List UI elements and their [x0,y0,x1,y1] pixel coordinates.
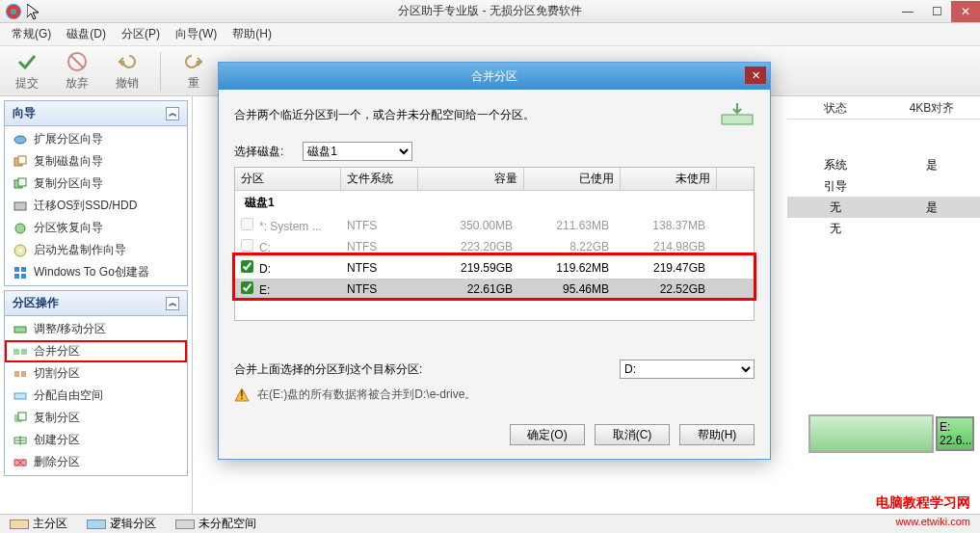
menu-general[interactable]: 常规(G) [4,24,59,44]
menu-partition[interactable]: 分区(P) [114,24,168,44]
data-row[interactable]: 无是 [787,197,980,218]
redo-button[interactable]: 重 [172,50,215,92]
discard-button[interactable]: 放弃 [56,50,98,92]
svg-rect-14 [14,327,26,333]
allocate-icon [13,388,28,404]
delete-icon [13,455,28,470]
discard-icon [66,50,89,73]
menu-disk[interactable]: 磁盘(D) [59,24,114,44]
minimize-button[interactable]: — [893,1,922,22]
sidebar-item-merge[interactable]: 合并分区 [5,340,187,362]
col-align: 4KB对齐 [884,96,980,119]
disk-select-row: 选择磁盘: 磁盘1 [234,142,755,161]
svg-rect-19 [14,393,26,399]
svg-rect-3 [18,156,26,164]
sidebar-item-allocate[interactable]: 分配自由空间 [5,385,187,407]
cancel-button[interactable]: 取消(C) [595,424,670,445]
table-row[interactable]: C: NTFS 223.20GB 8.22GB 214.98GB [235,236,754,257]
table-row[interactable]: E: NTFS 22.61GB 95.46MB 22.52GB [235,279,754,300]
disk-box-e[interactable]: E: 22.6... [936,416,974,451]
hdr-partition[interactable]: 分区 [235,168,341,190]
target-label: 合并上面选择的分区到这个目标分区: [234,361,422,378]
swatch-icon [175,520,195,529]
disk-select[interactable]: 磁盘1 [303,142,412,161]
ops-panel-header[interactable]: 分区操作 ︽ [5,291,187,316]
hdr-fs[interactable]: 文件系统 [341,168,418,190]
data-row[interactable]: 无 [787,218,980,239]
dialog-description-row: 合并两个临近分区到一个，或合并未分配空间给一个分区。 [234,101,755,128]
hdr-used[interactable]: 已使用 [524,168,621,190]
sidebar-item-label: 分配自由空间 [34,387,103,404]
sidebar-item-copydisk[interactable]: 复制磁盘向导 [5,150,187,173]
sidebar-item-extend[interactable]: 扩展分区向导 [5,128,187,150]
svg-rect-5 [18,178,26,186]
dialog-close-button[interactable]: ✕ [745,67,766,84]
menu-help[interactable]: 帮助(H) [225,24,279,44]
svg-rect-21 [18,413,26,420]
disk-bar[interactable] [808,414,934,453]
disk-box-label: E: [940,420,970,434]
data-row[interactable]: 系统是 [787,154,980,175]
sidebar-item-migrate[interactable]: 迁移OS到SSD/HDD [5,195,187,217]
wizard-panel-body: 扩展分区向导 复制磁盘向导 复制分区向导 迁移OS到SSD/HDD 分区恢复向导… [5,126,187,285]
merge-dialog: 合并分区 ✕ 合并两个临近分区到一个，或合并未分配空间给一个分区。 选择磁盘: … [218,62,771,460]
row-checkbox[interactable] [241,281,253,294]
warning-row: ! 在(E:)盘的所有数据将被合并到D:\e-drive。 [234,386,755,403]
sidebar-item-resize[interactable]: 调整/移动分区 [5,318,187,340]
data-row[interactable]: 引导 [787,175,980,197]
table-row[interactable]: D: NTFS 219.59GB 119.62MB 219.47GB [235,257,754,279]
copy-icon [13,411,28,426]
undo-button[interactable]: 撤销 [106,50,148,92]
row-checkbox [241,218,253,230]
row-checkbox[interactable] [241,260,253,273]
windows-icon [13,265,28,280]
svg-point-1 [14,136,26,144]
help-button[interactable]: 帮助(H) [679,424,755,445]
disk-box-size: 22.6... [940,434,970,447]
column-headers: 状态 4KB对齐 [787,96,980,120]
create-icon [13,433,28,448]
sidebar-item-copypart[interactable]: 复制分区向导 [5,173,187,195]
discard-label: 放弃 [66,75,89,92]
disk-group: 磁盘1 [235,191,754,215]
ok-button[interactable]: 确定(O) [510,424,585,445]
target-select[interactable]: D: [620,360,755,379]
disk-icon [13,132,28,147]
commit-label: 提交 [15,75,39,92]
ssd-icon [13,199,28,214]
hdr-capacity[interactable]: 容量 [418,168,524,190]
sidebar-item-create[interactable]: 创建分区 [5,429,187,451]
legend-bar: 主分区 逻辑分区 未分配空间 [0,514,980,533]
chevron-up-icon[interactable]: ︽ [166,107,179,120]
hdr-free[interactable]: 未使用 [621,168,717,190]
check-icon [15,50,39,73]
commit-button[interactable]: 提交 [6,50,48,92]
sidebar-item-delete[interactable]: 删除分区 [5,451,187,473]
merge-graphic-icon [720,101,755,128]
dialog-titlebar[interactable]: 合并分区 ✕ [219,63,770,90]
swatch-icon [87,520,106,529]
svg-rect-13 [21,274,26,279]
close-button[interactable]: ✕ [951,1,980,22]
cd-icon [13,243,28,258]
warning-text: 在(E:)盘的所有数据将被合并到D:\e-drive。 [257,386,476,403]
merge-icon [13,344,28,360]
sidebar-item-label: 复制分区 [34,410,80,426]
svg-rect-11 [21,267,26,272]
chevron-up-icon[interactable]: ︽ [166,297,179,310]
sidebar-item-wintogo[interactable]: Windows To Go创建器 [5,261,187,283]
table-row[interactable]: *: System ... NTFS 350.00MB 211.63MB 138… [235,215,754,236]
wizard-panel-header[interactable]: 向导 ︽ [5,101,187,126]
watermark-url: www.etwiki.com [895,516,970,527]
sidebar-item-recover[interactable]: 分区恢复向导 [5,217,187,239]
sidebar-item-label: 复制分区向导 [34,175,103,192]
sidebar-item-bootcd[interactable]: 启动光盘制作向导 [5,239,187,261]
maximize-button[interactable]: ☐ [922,1,951,22]
sidebar-item-label: 合并分区 [34,343,80,360]
sidebar-item-split[interactable]: 切割分区 [5,362,187,385]
wizard-panel-title: 向导 [13,105,36,121]
menu-wizard[interactable]: 向导(W) [168,24,225,44]
svg-rect-6 [14,202,26,210]
sidebar-item-copypart2[interactable]: 复制分区 [5,407,187,429]
sidebar: 向导 ︽ 扩展分区向导 复制磁盘向导 复制分区向导 迁移OS到SSD/HDD 分… [0,96,193,514]
